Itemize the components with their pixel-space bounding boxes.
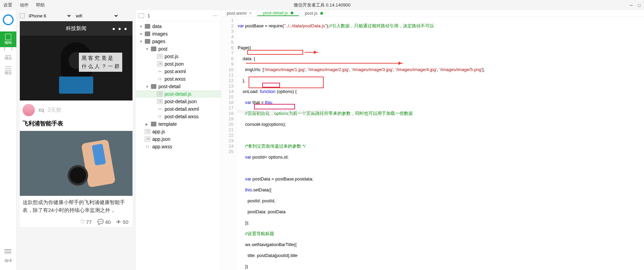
tree-file-post-detail.json[interactable]: JNpost-detail.json [136,98,221,105]
post-time: 3天前 [47,107,61,114]
sidebar-rail: 编辑 调试 项目 编译 [0,10,16,270]
phone-header: 科技新闻 ● ● ● [20,21,132,36]
line-gutter: 1234567891011121314151617181920212223242… [221,16,238,270]
tab-post.wxml[interactable]: post.wxml× [221,10,257,16]
tree-file-post.json[interactable]: JNpost.json [136,60,221,68]
like-stat[interactable]: ♡77 [80,219,92,225]
tab-post-detail.js[interactable]: post-detail.js [257,10,299,16]
tree-file-app.json[interactable]: JNapp.json [136,135,221,143]
tree-file-post-detail.wxml[interactable]: post-detail.wxml [136,105,221,113]
post-desc: 这款想成为你健康小帮手的飞利浦健康智能手表，除了有24小时的持续心率监测之外， [20,196,132,217]
annotation-arrow [246,63,403,64]
dirty-indicator-icon [320,12,323,15]
rail-debug[interactable]: 调试 [0,47,16,63]
rail-edit[interactable]: 编辑 [0,31,16,47]
rail-compile-label: 编译 [4,258,12,262]
tree-folder-pages[interactable]: ▼pages [136,38,221,45]
tree-folder-post[interactable]: ▼post [136,45,221,53]
tree-counter: 1 [148,13,150,18]
menu-action[interactable]: 动作 [20,2,29,8]
tree-file-post.wxss[interactable]: post.wxss [136,75,221,83]
card-image-2 [20,131,132,196]
tree-file-app.js[interactable]: JSapp.js [136,128,221,135]
compile-icon [4,249,11,255]
maximize-icon[interactable]: ☐ [638,2,641,8]
tree-folder-post-detail[interactable]: ▼post-detail [136,83,221,90]
author-name: xq [38,107,44,113]
minimize-icon[interactable]: — [630,2,633,8]
project-icon [5,66,11,70]
tree-folder-images[interactable]: ▼images [136,30,221,38]
tree-file-post-detail.wxss[interactable]: post-detail.wxss [136,113,221,120]
avatar[interactable] [3,14,14,25]
tree-file-post.js[interactable]: JSpost.js [136,53,221,60]
comment-stat[interactable]: 💬40 [97,219,111,225]
comment-icon: 💬 [97,219,104,225]
device-select[interactable]: iPhone 6 [27,13,72,19]
tab-post.js[interactable]: post.js [299,10,329,16]
tree-toggle-icon[interactable] [139,13,144,18]
menubar: 设置 动作 帮助 微信开发者工具 0.14.140900 — ☐ [0,0,644,10]
card-image-1: 黑 客 究 竟 是什 么 人 ？ 一 群 [20,36,132,100]
tree-folder-data[interactable]: ▼data [136,23,221,30]
eye-icon: 👁 [116,219,121,225]
phone-preview-pane: iPhone 6 wifi 科技新闻 ● ● ● 黑 客 究 竟 是什 么 人 … [16,10,136,270]
tree-file-post-detail.js[interactable]: JSpost-detail.js [136,90,221,98]
post-card-1[interactable]: 黑 客 究 竟 是什 么 人 ？ 一 群 xq 3天前 飞利浦智能手表 这款想成… [20,36,132,227]
tree-file-post.wxml[interactable]: post.wxml [136,68,221,75]
editor-tabs: post.wxml×post-detail.jspost.js [221,10,644,16]
rail-project-label: 项目 [4,70,12,76]
edit-icon [5,34,11,40]
menu-settings[interactable]: 设置 [3,2,12,8]
device-check-icon[interactable] [20,13,25,18]
view-stat[interactable]: 👁50 [116,219,128,225]
author-avatar [23,104,35,116]
window-title: 微信开发者工具 0.14.140900 [294,2,351,8]
tree-file-app.wxss[interactable]: app.wxss [136,143,221,150]
more-icon[interactable]: ● ● ● [112,26,128,31]
file-tree-pane: 1 ⋯ ▼data▼images▼pages▼postJSpost.jsJNpo… [136,10,221,270]
editor-pane: post.wxml×post-detail.jspost.js 12345678… [221,10,644,270]
phone-title: 科技新闻 [66,25,86,32]
code-editor[interactable]: 1234567891011121314151617181920212223242… [221,16,644,270]
file-tree[interactable]: ▼data▼images▼pages▼postJSpost.jsJNpost.j… [136,21,221,270]
code-source[interactable]: var postBase = require("../../data/postD… [238,16,485,270]
annotation-box [262,83,280,87]
post-title: 飞利浦智能手表 [20,120,132,131]
dirty-indicator-icon [291,12,293,14]
debug-icon [5,50,11,56]
rail-edit-label: 编辑 [4,40,12,45]
heart-icon: ♡ [80,219,85,225]
annotation-arrow [305,52,318,53]
annotation-box [247,50,303,55]
menu-help[interactable]: 帮助 [36,2,45,8]
network-select[interactable]: wifi [74,13,119,19]
image-overlay-text: 黑 客 究 竟 是什 么 人 ？ 一 群 [79,53,122,72]
rail-project[interactable]: 项目 [0,63,16,79]
phone-frame: 科技新闻 ● ● ● 黑 客 究 竟 是什 么 人 ？ 一 群 xq 3天前 [20,21,132,227]
rail-debug-label: 调试 [4,56,12,61]
close-icon[interactable]: × [249,11,252,16]
tree-more-icon[interactable]: ⋯ [213,12,218,19]
rail-compile[interactable]: 编译 [4,249,12,263]
tree-folder-template[interactable]: ▶template [136,120,221,128]
